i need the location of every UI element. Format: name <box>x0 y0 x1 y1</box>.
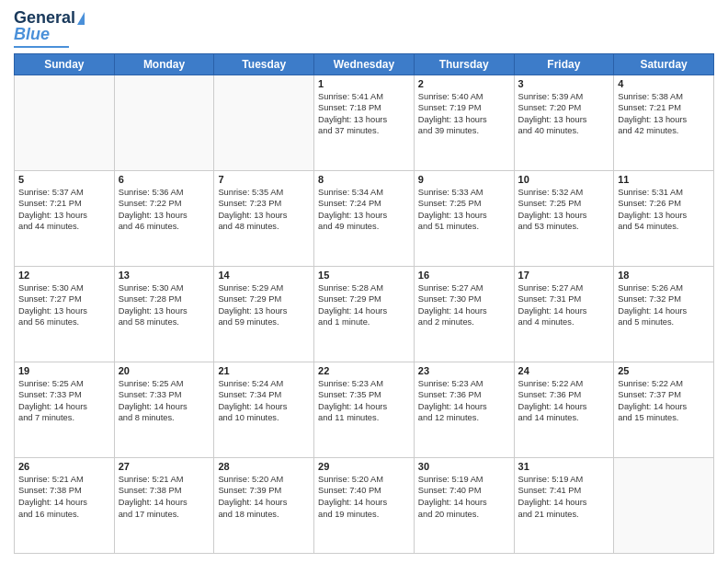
cell-line: Sunrise: 5:21 AM <box>18 474 110 486</box>
calendar-week-3: 12Sunrise: 5:30 AMSunset: 7:27 PMDayligh… <box>15 266 714 362</box>
cell-details: Sunrise: 5:25 AMSunset: 7:33 PMDaylight:… <box>18 378 110 424</box>
calendar-cell: 5Sunrise: 5:37 AMSunset: 7:21 PMDaylight… <box>15 170 115 266</box>
col-header-saturday: Saturday <box>614 53 714 75</box>
cell-line: Daylight: 13 hours <box>418 114 510 126</box>
col-header-monday: Monday <box>114 53 214 75</box>
day-number: 15 <box>318 270 410 281</box>
cell-line: Sunrise: 5:22 AM <box>618 378 710 390</box>
page: General Blue SundayMondayTuesdayWednesda… <box>0 0 728 563</box>
cell-details: Sunrise: 5:36 AMSunset: 7:22 PMDaylight:… <box>119 187 210 233</box>
cell-line: Daylight: 14 hours <box>618 401 710 413</box>
cell-details: Sunrise: 5:24 AMSunset: 7:34 PMDaylight:… <box>218 378 310 424</box>
cell-details: Sunrise: 5:31 AMSunset: 7:26 PMDaylight:… <box>618 187 710 233</box>
cell-line: Sunset: 7:39 PM <box>218 485 310 497</box>
cell-line: Sunrise: 5:20 AM <box>218 474 310 486</box>
cell-line: and 44 minutes. <box>18 221 110 233</box>
cell-line: Daylight: 14 hours <box>418 305 510 317</box>
cell-details: Sunrise: 5:29 AMSunset: 7:29 PMDaylight:… <box>218 282 310 328</box>
day-number: 31 <box>518 461 610 472</box>
cell-details: Sunrise: 5:26 AMSunset: 7:32 PMDaylight:… <box>618 282 710 328</box>
cell-line: and 15 minutes. <box>618 412 710 424</box>
cell-line: Daylight: 14 hours <box>318 305 410 317</box>
day-number: 29 <box>318 461 410 472</box>
day-number: 18 <box>618 270 710 281</box>
col-header-sunday: Sunday <box>15 53 115 75</box>
cell-line: Sunset: 7:33 PM <box>119 389 210 401</box>
cell-details: Sunrise: 5:34 AMSunset: 7:24 PMDaylight:… <box>318 187 410 233</box>
cell-details: Sunrise: 5:19 AMSunset: 7:41 PMDaylight:… <box>518 474 610 520</box>
day-number: 1 <box>318 78 410 89</box>
day-number: 26 <box>18 461 110 472</box>
cell-line: Sunset: 7:25 PM <box>418 198 510 210</box>
cell-line: Sunset: 7:30 PM <box>418 293 510 305</box>
header: General Blue <box>14 9 714 48</box>
cell-line: Sunset: 7:37 PM <box>618 389 710 401</box>
cell-details: Sunrise: 5:21 AMSunset: 7:38 PMDaylight:… <box>119 474 210 520</box>
cell-line: and 48 minutes. <box>218 221 310 233</box>
day-number: 22 <box>318 365 410 376</box>
cell-line: and 10 minutes. <box>218 412 310 424</box>
cell-line: Daylight: 14 hours <box>418 401 510 413</box>
cell-line: Sunrise: 5:30 AM <box>119 282 210 294</box>
day-number: 11 <box>618 174 710 185</box>
cell-details: Sunrise: 5:20 AMSunset: 7:40 PMDaylight:… <box>318 474 410 520</box>
cell-details: Sunrise: 5:21 AMSunset: 7:38 PMDaylight:… <box>18 474 110 520</box>
cell-details: Sunrise: 5:27 AMSunset: 7:31 PMDaylight:… <box>518 282 610 328</box>
calendar-week-2: 5Sunrise: 5:37 AMSunset: 7:21 PMDaylight… <box>15 170 714 266</box>
cell-line: and 17 minutes. <box>119 509 210 521</box>
calendar-cell: 15Sunrise: 5:28 AMSunset: 7:29 PMDayligh… <box>314 266 415 362</box>
cell-details: Sunrise: 5:22 AMSunset: 7:37 PMDaylight:… <box>618 378 710 424</box>
cell-line: Daylight: 14 hours <box>518 497 610 509</box>
cell-line: Daylight: 13 hours <box>18 305 110 317</box>
day-number: 7 <box>218 174 310 185</box>
cell-line: Daylight: 14 hours <box>18 401 110 413</box>
cell-line: Sunrise: 5:38 AM <box>618 91 710 103</box>
cell-line: Sunrise: 5:40 AM <box>418 91 510 103</box>
day-number: 21 <box>218 365 310 376</box>
cell-line: Daylight: 14 hours <box>318 497 410 509</box>
cell-line: Sunrise: 5:30 AM <box>18 282 110 294</box>
cell-line: Sunset: 7:38 PM <box>119 485 210 497</box>
calendar-cell <box>214 75 314 170</box>
calendar-cell: 4Sunrise: 5:38 AMSunset: 7:21 PMDaylight… <box>614 75 714 170</box>
cell-line: Daylight: 13 hours <box>318 210 410 222</box>
day-number: 19 <box>18 365 110 376</box>
calendar-cell: 14Sunrise: 5:29 AMSunset: 7:29 PMDayligh… <box>214 266 314 362</box>
calendar-cell: 8Sunrise: 5:34 AMSunset: 7:24 PMDaylight… <box>314 170 415 266</box>
calendar-cell: 23Sunrise: 5:23 AMSunset: 7:36 PMDayligh… <box>414 362 514 457</box>
cell-line: Daylight: 13 hours <box>119 210 210 222</box>
cell-line: Sunset: 7:22 PM <box>119 198 210 210</box>
cell-line: Daylight: 13 hours <box>618 114 710 126</box>
cell-line: Sunrise: 5:25 AM <box>119 378 210 390</box>
day-number: 23 <box>418 365 510 376</box>
calendar-cell: 21Sunrise: 5:24 AMSunset: 7:34 PMDayligh… <box>214 362 314 457</box>
cell-line: Sunset: 7:24 PM <box>318 198 410 210</box>
cell-line: Daylight: 13 hours <box>119 305 210 317</box>
cell-line: and 42 minutes. <box>618 125 710 137</box>
cell-line: Daylight: 14 hours <box>318 401 410 413</box>
cell-details: Sunrise: 5:23 AMSunset: 7:35 PMDaylight:… <box>318 378 410 424</box>
day-number: 4 <box>618 78 710 89</box>
cell-line: Sunrise: 5:19 AM <box>418 474 510 486</box>
calendar-cell: 18Sunrise: 5:26 AMSunset: 7:32 PMDayligh… <box>614 266 714 362</box>
cell-details: Sunrise: 5:37 AMSunset: 7:21 PMDaylight:… <box>18 187 110 233</box>
cell-line: Sunrise: 5:26 AM <box>618 282 710 294</box>
cell-line: Sunset: 7:29 PM <box>318 293 410 305</box>
calendar-cell: 27Sunrise: 5:21 AMSunset: 7:38 PMDayligh… <box>114 457 214 553</box>
calendar-cell: 2Sunrise: 5:40 AMSunset: 7:19 PMDaylight… <box>414 75 514 170</box>
cell-line: Daylight: 14 hours <box>418 497 510 509</box>
cell-line: Daylight: 13 hours <box>218 305 310 317</box>
cell-line: Sunrise: 5:36 AM <box>119 187 210 199</box>
cell-line: Daylight: 14 hours <box>618 305 710 317</box>
cell-details: Sunrise: 5:19 AMSunset: 7:40 PMDaylight:… <box>418 474 510 520</box>
calendar-cell: 6Sunrise: 5:36 AMSunset: 7:22 PMDaylight… <box>114 170 214 266</box>
calendar-cell: 10Sunrise: 5:32 AMSunset: 7:25 PMDayligh… <box>514 170 614 266</box>
calendar-header-row: SundayMondayTuesdayWednesdayThursdayFrid… <box>15 53 714 75</box>
calendar-cell: 29Sunrise: 5:20 AMSunset: 7:40 PMDayligh… <box>314 457 415 553</box>
cell-line: Sunset: 7:28 PM <box>119 293 210 305</box>
calendar-cell: 12Sunrise: 5:30 AMSunset: 7:27 PMDayligh… <box>15 266 115 362</box>
cell-line: Sunrise: 5:34 AM <box>318 187 410 199</box>
cell-line: Sunset: 7:21 PM <box>18 198 110 210</box>
cell-details: Sunrise: 5:27 AMSunset: 7:30 PMDaylight:… <box>418 282 510 328</box>
cell-details: Sunrise: 5:35 AMSunset: 7:23 PMDaylight:… <box>218 187 310 233</box>
